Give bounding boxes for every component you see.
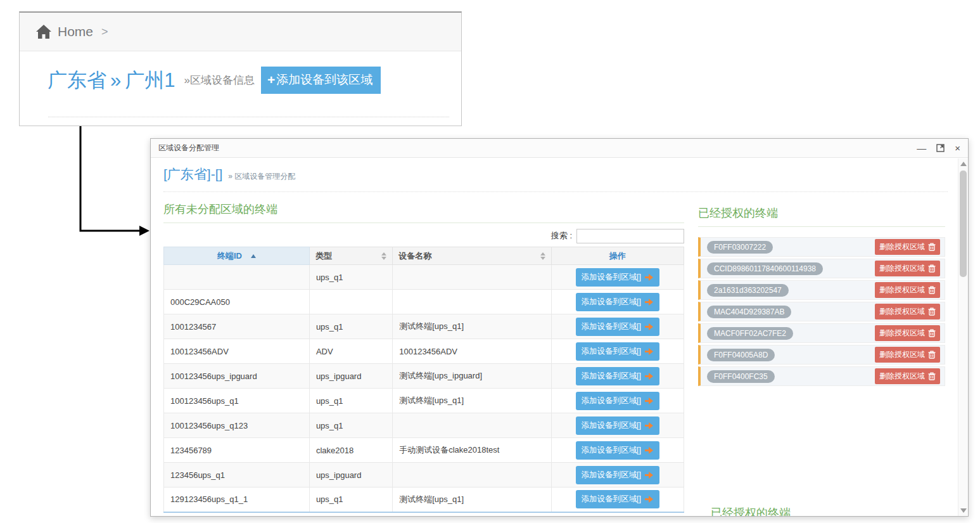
terminal-id-badge: F0FF0400FC35 [707,370,775,383]
scroll-up-arrow-icon[interactable] [960,162,967,166]
add-device-to-region-button[interactable]: 添加设备到区域[] [576,490,659,508]
table-row: 100123456ups_ipguard ups_ipguard 测试终端[up… [164,364,684,389]
arrow-right-icon [644,471,654,479]
trash-icon [928,264,936,273]
plus-icon: + [267,72,275,87]
terminal-id-badge: F0FF03007222 [707,241,773,254]
add-device-to-area-button[interactable]: + 添加设备到该区域 [261,67,381,94]
unassigned-terminals-panel: 所有未分配区域的终端 搜索 : 终端ID 类型 [163,202,684,513]
cell-device-name: 测试终端[ups_q1] [393,487,551,512]
add-device-to-region-button[interactable]: 添加设备到区域[] [576,466,659,484]
authorized-terminal-card: CCID89860117840600114938 删除授权区域 [698,259,945,278]
region-title-city[interactable]: 广州1 [125,69,175,91]
scrollbar-thumb[interactable] [960,171,967,277]
cell-device-name: 测试终端[ups_q1] [393,314,551,339]
arrow-right-icon [644,323,654,331]
add-device-to-region-button[interactable]: 添加设备到区域[] [576,293,659,311]
add-device-to-region-label: 添加设备到区域[] [582,272,641,283]
add-device-to-region-button[interactable]: 添加设备到区域[] [576,441,659,460]
column-header-terminal-id[interactable]: 终端ID [164,247,310,265]
delete-authorized-region-button[interactable]: 删除授权区域 [875,325,940,341]
scroll-down-arrow-icon[interactable] [960,508,967,513]
trash-icon [928,307,936,316]
delete-authorized-region-button[interactable]: 删除授权区域 [875,304,940,320]
add-device-to-region-button[interactable]: 添加设备到区域[] [576,342,659,361]
cell-type: ups_q1 [309,314,392,339]
arrow-right-icon [644,422,654,430]
dotted-divider [163,191,948,192]
breadcrumb-home-link[interactable]: Home [36,24,93,39]
search-input[interactable] [576,229,684,243]
close-button[interactable]: × [955,143,960,153]
authorized-panel-heading: 已经授权的终端 [698,205,945,227]
region-title-separator: » [110,69,121,91]
delete-authorized-region-button[interactable]: 删除授权区域 [875,347,940,363]
dotted-divider [48,117,449,117]
add-device-to-region-button[interactable]: 添加设备到区域[] [576,268,659,287]
window-title: 区域设备分配管理 [158,143,219,153]
terminal-id-badge: MACF0FF02AC7FE2 [707,327,793,340]
arrow-right-icon [644,446,654,455]
add-device-to-region-button[interactable]: 添加设备到区域[] [576,416,659,435]
table-row: 000C29CAA050 添加设备到区域[] [164,290,684,314]
delete-authorized-region-label: 删除授权区域 [879,306,925,317]
minimize-button[interactable]: — [917,143,926,153]
breadcrumb: Home > [20,13,461,51]
add-device-to-region-label: 添加设备到区域[] [582,321,641,332]
breadcrumb-home-label: Home [58,24,93,39]
terminal-id-badge: MAC404D929387AB [707,306,791,318]
cell-device-name: 测试终端[ups_q1] [393,389,551,413]
add-device-to-region-button[interactable]: 添加设备到区域[] [576,367,659,385]
add-device-to-region-label: 添加设备到区域[] [582,371,641,382]
add-device-to-region-label: 添加设备到区域[] [582,396,641,406]
connector-arrow [70,126,153,240]
add-device-to-region-label: 添加设备到区域[] [582,445,641,456]
region-subtitle: »区域设备信息 [184,73,255,87]
cell-type: ups_ipguard [309,463,392,487]
region-info-card: Home > 广东省»广州1 »区域设备信息 + 添加设备到该区域 [19,11,462,126]
column-header-type[interactable]: 类型 [309,247,392,265]
devices-table-body: ups_q1 添加设备到区域[] [164,265,684,512]
delete-authorized-region-button[interactable]: 删除授权区域 [875,282,940,298]
trash-icon [928,351,936,359]
cell-type: ups_q1 [309,389,392,413]
region-device-assign-window: 区域设备分配管理 — × [广东省]-[] » 区域设备管理分配 所有未分配区域… [150,138,969,517]
sort-both-icon [381,252,386,260]
column-header-operation: 操作 [551,247,684,265]
cell-type: ups_q1 [309,265,392,290]
region-title[interactable]: 广东省»广州1 [48,67,175,94]
delete-authorized-region-button[interactable]: 删除授权区域 [875,261,940,276]
authorized-terminal-card: F0FF03007222 删除授权区域 [698,237,945,257]
add-device-to-region-button[interactable]: 添加设备到区域[] [576,392,659,410]
table-row: 1001234567 ups_q1 测试终端[ups_q1] 添加设备到区域[] [164,314,684,339]
authorized-terminal-card: F0FF0400FC35 删除授权区域 [698,366,945,386]
arrow-right-icon [644,397,654,405]
modal-breadcrumb-path: » 区域设备管理分配 [228,171,295,182]
authorized-list: F0FF03007222 删除授权区域 CCID8986011784060011… [698,237,945,386]
add-device-to-region-button[interactable]: 添加设备到区域[] [576,318,659,336]
cell-terminal-id: 000C29CAA050 [164,290,310,314]
table-row: 100123456ADV ADV 100123456ADV 添加设备到区域[] [164,339,684,364]
cell-device-name [393,463,551,487]
cell-terminal-id: 129123456ups_q1_1 [164,487,310,512]
cell-type: ups_q1 [309,487,392,512]
trash-icon [928,286,936,294]
cell-type: ups_q1 [309,413,392,438]
cell-type: ups_ipguard [309,364,392,389]
add-device-to-region-label: 添加设备到区域[] [582,420,641,431]
table-row: 123456789 clake2018 手动测试设备clake2018test … [164,438,684,463]
search-label: 搜索 : [551,230,572,242]
cell-terminal-id: 100123456ups_q123 [164,413,310,438]
region-title-province[interactable]: 广东省 [48,69,106,91]
delete-authorized-region-button[interactable]: 删除授权区域 [875,239,940,255]
authorized-footer-heading: 已经授权的终端 [711,505,791,516]
authorized-terminal-card: F0FF04005A8D 删除授权区域 [698,345,945,365]
maximize-button[interactable] [936,144,945,152]
cell-device-name: 手动测试设备clake2018test [393,438,551,463]
authorized-terminal-card: 2a1631d363202547 删除授权区域 [698,280,945,300]
modal-region-link[interactable]: [广东省]-[] [163,165,222,183]
window-titlebar: 区域设备分配管理 — × [151,139,968,158]
column-header-device-name[interactable]: 设备名称 [393,247,551,265]
delete-authorized-region-label: 删除授权区域 [879,263,925,274]
delete-authorized-region-button[interactable]: 删除授权区域 [875,368,940,384]
